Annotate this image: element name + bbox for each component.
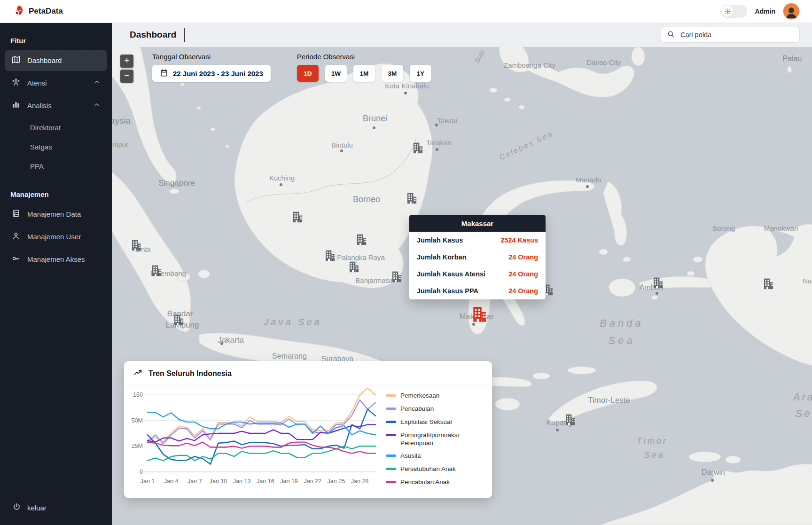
y-axis-tick: 0 xyxy=(140,469,143,475)
chart-legend: PemerkosaanPencabulanExploitasi SeksualP… xyxy=(385,385,484,492)
map-label-zamboanga-city: Zamboanga City xyxy=(504,61,555,69)
sun-icon xyxy=(722,6,733,17)
sidebar-item-dashboard[interactable]: Dashboard xyxy=(5,50,107,71)
x-axis-tick: Jan 28 xyxy=(351,478,369,485)
map-label-tawau: Tawau xyxy=(437,117,457,125)
map-marker-building[interactable] xyxy=(412,141,424,156)
user-name[interactable]: Admin xyxy=(755,8,775,15)
y-axis-tick: 25M xyxy=(132,443,143,449)
sidebar-subitem-ppa[interactable]: PPA xyxy=(5,157,107,175)
map-marker-building[interactable] xyxy=(324,249,336,264)
map-marker-building-red[interactable] xyxy=(470,306,488,325)
date-range-picker[interactable]: 22 Juni 2023 - 23 Juni 2023 xyxy=(152,65,271,82)
map-marker-building[interactable] xyxy=(291,211,304,225)
map-label-davao-city: Davao City xyxy=(586,58,621,66)
sidebar-item-analisis[interactable]: Analisis xyxy=(5,95,107,116)
logout-button[interactable]: keluar xyxy=(0,496,112,525)
top-bar: PetaData Admin xyxy=(0,0,812,23)
sidebar-item-manajemen-user[interactable]: Manajemen User xyxy=(5,226,107,247)
legend-swatch xyxy=(386,421,396,423)
map-label-nab: Nab xyxy=(803,277,812,285)
map-city-dot xyxy=(435,124,438,126)
map-label-singapore: Singapore xyxy=(158,179,195,188)
trend-chart-card: Tren Seluruh Indonesia 15050M25M0Jan 1Ja… xyxy=(124,361,492,498)
sidebar-subitem-satgas[interactable]: Satgas xyxy=(5,138,107,156)
sidebar-item-label: Analisis xyxy=(27,102,52,110)
sidebar-subitem-direktorat[interactable]: Direktorat xyxy=(5,118,107,137)
sidebar-section-fitur: Fitur xyxy=(10,37,102,45)
zoom-out-button[interactable]: − xyxy=(120,70,133,83)
period-button-1d[interactable]: 1D xyxy=(297,65,319,82)
map-marker-building[interactable] xyxy=(172,313,185,328)
period-buttons: 1D1W1M3M1Y xyxy=(297,65,431,82)
period-filter-label: Periode Observasi xyxy=(297,53,431,61)
sidebar-item-atensi[interactable]: Atensi xyxy=(5,72,107,94)
map-label-borneo: Borneo xyxy=(353,195,380,204)
atensi-icon xyxy=(11,78,21,88)
series-line-pemerkosaan xyxy=(148,388,375,442)
map-label-sea: Sea xyxy=(608,335,635,347)
map-marker-building[interactable] xyxy=(564,413,577,428)
legend-label: Asusila xyxy=(400,452,421,460)
chevron-up-icon[interactable] xyxy=(93,78,101,87)
map-marker-building[interactable] xyxy=(150,264,163,279)
map-marker-building[interactable] xyxy=(348,260,360,275)
map-marker-building[interactable] xyxy=(355,233,368,248)
x-axis-tick: Jan 7 xyxy=(187,478,202,485)
logo-flame-icon xyxy=(13,5,24,18)
search-box[interactable] xyxy=(661,27,800,43)
map-marker-building[interactable] xyxy=(130,239,143,253)
legend-item-asusila: Asusila xyxy=(386,452,480,460)
avatar[interactable] xyxy=(783,3,800,20)
tooltip-row-label: Jumlah Kasus xyxy=(417,236,463,244)
theme-toggle[interactable] xyxy=(721,5,747,18)
map-city-dot xyxy=(220,342,223,345)
period-button-1y[interactable]: 1Y xyxy=(410,65,431,82)
sub-header: Dashboard xyxy=(112,23,812,47)
chart-title: Tren Seluruh Indonesia xyxy=(148,369,232,378)
map-label-tarakan: Tarakan xyxy=(426,139,451,147)
sidebar-item-label: Dashboard xyxy=(27,56,62,64)
map-label-java-sea: Java Sea xyxy=(264,317,321,328)
bar-chart-icon xyxy=(11,100,21,111)
map-city-dot xyxy=(340,149,343,152)
period-button-1m[interactable]: 1M xyxy=(353,65,375,82)
map-label-timor: Timor xyxy=(637,436,668,446)
zoom-in-button[interactable]: + xyxy=(120,55,133,68)
legend-label: Exploitasi Seksual xyxy=(400,418,452,426)
sidebar-item-manajemen-data[interactable]: Manajemen Data xyxy=(5,204,107,225)
map-canvas[interactable]: SuluZamboanga CityDavao CityPalauKota Ki… xyxy=(112,47,812,525)
sidebar-nav-sub: DirektoratSatgasPPA xyxy=(0,118,112,176)
map-zoom-controls: + − xyxy=(120,55,133,83)
legend-item-pornografi-pornoaksi-perempuan: Pornografi/pornoaksi Perempuan xyxy=(386,431,480,447)
legend-label: Pencabulan Anak xyxy=(400,478,450,486)
chevron-up-icon[interactable] xyxy=(93,101,101,110)
search-input[interactable] xyxy=(679,31,785,39)
map-marker-building[interactable] xyxy=(652,276,664,291)
legend-item-pencabulan: Pencabulan xyxy=(386,405,480,413)
x-axis-tick: Jan 25 xyxy=(328,478,345,485)
tooltip-row-value: 2524 Kasus xyxy=(500,236,538,244)
sidebar-item-manajemen-akses[interactable]: Manajemen Akses xyxy=(5,249,107,270)
legend-swatch xyxy=(386,468,396,470)
tooltip-row-value: 24 Orang xyxy=(508,270,538,278)
app-logo[interactable]: PetaData xyxy=(13,5,63,18)
date-range-value: 22 Juni 2023 - 23 Juni 2023 xyxy=(173,70,263,78)
map-label-kota-kinabalu: Kota Kinabalu xyxy=(385,82,429,90)
map-label-brunei: Brunei xyxy=(363,114,387,124)
map-marker-building[interactable] xyxy=(406,192,418,206)
map-label-banjarmasin: Banjarmasin xyxy=(355,276,394,284)
map-label-bintulu: Bintulu xyxy=(331,141,353,149)
period-button-3m[interactable]: 3M xyxy=(382,65,403,82)
logout-label: keluar xyxy=(27,504,47,512)
y-axis-tick: 150 xyxy=(133,392,143,398)
x-axis-tick: Jan 10 xyxy=(210,478,227,485)
map-marker-building[interactable] xyxy=(390,270,403,285)
period-button-1w[interactable]: 1W xyxy=(325,65,347,82)
map-label-semarang: Semarang xyxy=(272,352,307,360)
map-marker-building[interactable] xyxy=(762,277,775,292)
tooltip-row-jumlah-kasus-ppa: Jumlah Kasus PPA24 Orang xyxy=(409,282,546,299)
series-line-persetubuhan-anak xyxy=(148,446,375,461)
series-line-asusila xyxy=(148,412,375,435)
map-label-manado: Manado xyxy=(576,176,601,184)
